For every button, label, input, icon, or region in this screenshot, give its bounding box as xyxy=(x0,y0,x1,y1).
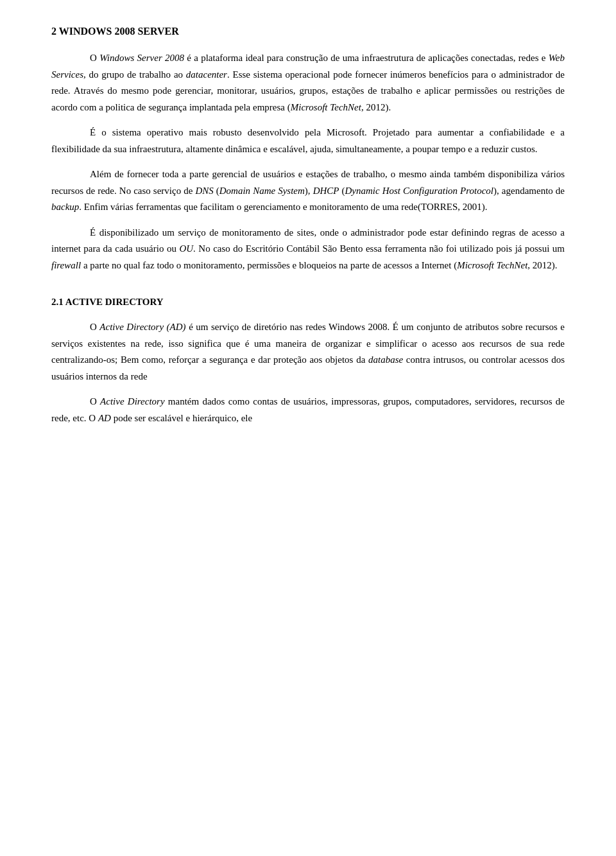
paragraph-4: É disponibilizado um serviço de monitora… xyxy=(51,225,565,274)
page-content: 2 WINDOWS 2008 SERVER O Windows Server 2… xyxy=(0,0,616,856)
section-heading: 2 WINDOWS 2008 SERVER xyxy=(51,26,565,37)
paragraph-2: É o sistema operativo mais robusto desen… xyxy=(51,125,565,157)
paragraph-ad-2: O Active Directory mantém dados como con… xyxy=(51,394,565,426)
paragraph-1: O Windows Server 2008 é a plataforma ide… xyxy=(51,50,565,116)
paragraph-3: Além de fornecer toda a parte gerencial … xyxy=(51,166,565,216)
paragraph-ad-1: O Active Directory (AD) é um serviço de … xyxy=(51,319,565,385)
subsection-heading-ad: 2.1 ACTIVE DIRECTORY xyxy=(51,297,565,308)
